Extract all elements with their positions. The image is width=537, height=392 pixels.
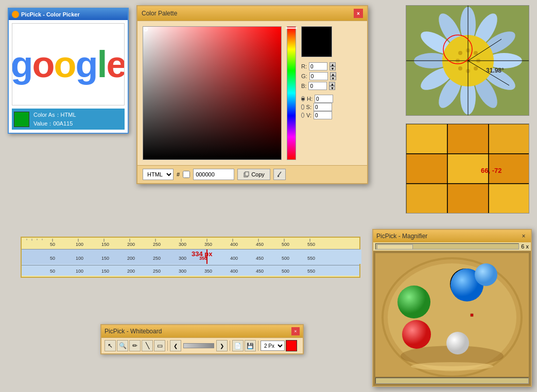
google-logo-area: google	[12, 23, 125, 105]
svg-text:250: 250	[153, 242, 161, 247]
copy-icon	[243, 171, 249, 177]
toolbar-separator-2	[230, 341, 230, 351]
blue-down[interactable]: ▼	[329, 86, 335, 90]
palette-title: Color Palette	[142, 10, 177, 17]
color-gradient-picker[interactable]	[143, 26, 282, 160]
svg-point-24	[458, 66, 462, 70]
whiteboard-titlebar: PicPick - Whiteboard ×	[101, 325, 303, 337]
svg-text:550: 550	[307, 256, 315, 261]
whiteboard-toolbar: ↖ 🔍 ✏ ╲ ▭ ❮ ❯ 📄 💾 2 Px 1 Px 3 Px 4 Px	[101, 337, 303, 353]
scroll-track[interactable]	[375, 243, 519, 250]
svg-point-111	[446, 332, 469, 354]
flower-bottom-image: 66, -72	[406, 123, 529, 213]
yellow-tile-svg: 66, -72	[406, 124, 529, 213]
eyedropper-icon	[276, 171, 283, 178]
svg-text:100: 100	[76, 269, 83, 274]
svg-text:400: 400	[230, 269, 238, 274]
svg-text:150: 150	[101, 256, 109, 261]
palette-close-button[interactable]: ×	[354, 9, 363, 18]
magnifier-canvas	[375, 253, 529, 377]
value-row: V:	[301, 111, 332, 119]
green-input[interactable]	[309, 72, 328, 80]
hue-slider[interactable]	[287, 26, 296, 160]
zoom-label: 6 x	[521, 243, 529, 250]
blue-input[interactable]	[308, 82, 327, 90]
magnifier-titlebar: PicPick - Magnifier ×	[373, 230, 531, 242]
saturation-row: S:	[301, 103, 332, 111]
zoom-tool-button[interactable]: 🔍	[117, 340, 128, 351]
svg-point-110	[402, 320, 431, 349]
saturation-radio[interactable]	[301, 104, 304, 110]
hue-radio[interactable]	[301, 96, 305, 101]
svg-rect-36	[489, 124, 529, 154]
green-down[interactable]: ▼	[330, 76, 336, 80]
svg-text:450: 450	[256, 256, 264, 261]
red-up[interactable]: ▲	[330, 62, 336, 66]
cursor-tool-button[interactable]: ↖	[105, 340, 116, 351]
svg-text:50: 50	[50, 256, 55, 261]
hsv-section: H: S: V:	[301, 95, 332, 119]
hue-input[interactable]	[315, 95, 333, 103]
save-button[interactable]: 💾	[245, 340, 256, 351]
ruler-top-scale: 50 100 150 200 250 300 350 400 450 500 5…	[22, 239, 359, 249]
color-picker-body: google Color As：HTML Value：00A115	[9, 20, 128, 133]
hex-checkbox[interactable]	[183, 171, 190, 178]
copy-button[interactable]: Copy	[237, 169, 270, 180]
svg-text:450: 450	[256, 242, 264, 247]
svg-rect-41	[447, 184, 489, 213]
svg-text:400: 400	[230, 256, 238, 261]
sat-input[interactable]	[314, 103, 332, 111]
blue-label: B:	[301, 83, 306, 89]
svg-text:500: 500	[282, 269, 289, 274]
hex-input[interactable]	[193, 169, 234, 180]
svg-rect-3	[278, 175, 279, 177]
pencil-tool-button[interactable]: ✏	[129, 340, 141, 351]
nav-prev-button[interactable]: ❮	[170, 340, 181, 351]
magnifier-title: PicPick - Magnifier	[376, 233, 427, 240]
svg-rect-112	[471, 314, 473, 316]
color-text: Color As：HTML Value：00A115	[33, 111, 76, 128]
svg-point-113	[411, 362, 493, 370]
magnifier-bottom-scrollbar[interactable]	[375, 378, 529, 384]
whiteboard-close-button[interactable]: ×	[291, 327, 300, 335]
svg-line-2	[278, 172, 281, 176]
green-spinner: ▲ ▼	[330, 72, 336, 80]
format-select[interactable]: HTML RGB HSV	[143, 169, 174, 180]
palette-body: R: ▲ ▼ G: ▲ ▼ B:	[137, 21, 367, 165]
color-preview-panel: R: ▲ ▼ G: ▲ ▼ B:	[301, 26, 332, 160]
red-down[interactable]: ▼	[330, 66, 336, 70]
value-radio[interactable]	[301, 113, 304, 118]
toolbar-separator-1	[167, 341, 168, 351]
svg-text:200: 200	[127, 242, 135, 247]
brush-size-select[interactable]: 2 Px 1 Px 3 Px 4 Px	[261, 341, 285, 351]
svg-text:400: 400	[230, 242, 238, 247]
svg-point-109	[397, 286, 430, 318]
color-picker-title: PicPick - Color Picker	[21, 11, 80, 17]
magnifier-scrollbar[interactable]: 6 x	[373, 242, 531, 251]
blue-up[interactable]: ▲	[329, 82, 335, 86]
line-tool-button[interactable]: ╲	[142, 340, 153, 351]
green-label: G:	[301, 73, 307, 79]
red-spinner: ▲ ▼	[330, 62, 336, 70]
svg-point-26	[474, 66, 478, 70]
ruler-bottom-svg: 50 100 150 200 250 300 350 400 450 500 5…	[22, 265, 359, 276]
svg-rect-40	[406, 184, 447, 213]
green-up[interactable]: ▲	[330, 72, 336, 76]
svg-text:50: 50	[50, 269, 55, 274]
val-input[interactable]	[314, 111, 332, 119]
shape-tool-button[interactable]: ▭	[154, 340, 165, 351]
whiteboard-window: PicPick - Whiteboard × ↖ 🔍 ✏ ╲ ▭ ❮ ❯ 📄 💾…	[100, 324, 304, 354]
magnifier-close-button[interactable]: ×	[519, 232, 528, 240]
new-document-button[interactable]: 📄	[232, 340, 244, 351]
picpick-icon	[12, 11, 19, 18]
brush-color-swatch[interactable]	[286, 340, 297, 351]
svg-rect-37	[406, 154, 447, 184]
svg-text:334 px: 334 px	[192, 250, 213, 258]
sat-label: S:	[306, 104, 311, 110]
red-input[interactable]	[309, 62, 327, 70]
val-label: V:	[306, 112, 311, 118]
nav-next-button[interactable]: ❯	[216, 340, 228, 351]
svg-text:500: 500	[282, 256, 289, 261]
eyedropper-button[interactable]	[273, 169, 286, 180]
scroll-thumb	[377, 244, 413, 250]
